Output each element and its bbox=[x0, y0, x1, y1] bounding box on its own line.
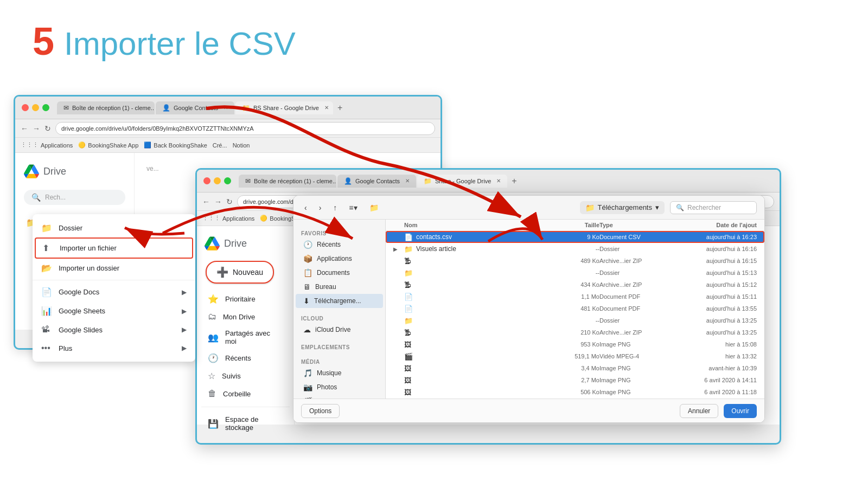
nav-partages-2[interactable]: 👥 Partagés avec moi bbox=[201, 325, 285, 349]
fp-applications-item[interactable]: 📦 Applications bbox=[296, 252, 383, 266]
file-row-11[interactable]: 🎬 519,1 Mo Vidéo MPEG-4 hier à 13:32 bbox=[386, 350, 764, 362]
forward-button-2[interactable]: → bbox=[214, 197, 222, 206]
file-row-7[interactable]: 📄 481 Ko Document PDF aujourd'hui à 13:5… bbox=[386, 303, 764, 314]
back-button-2[interactable]: ← bbox=[202, 197, 210, 206]
nav-recents-2[interactable]: 🕐 Récents bbox=[201, 349, 285, 367]
drive-search-bar-1[interactable]: 🔍 Rech... bbox=[24, 190, 125, 205]
tab-gmail-2[interactable]: ✉ Boîte de réception (1) - cleme... ✕ bbox=[239, 175, 336, 188]
file-row-6[interactable]: 📄 1,1 Mo Document PDF aujourd'hui à 15:1… bbox=[386, 291, 764, 303]
tab-close-icon[interactable]: ✕ bbox=[405, 178, 410, 184]
file-row-9[interactable]: 🗜 210 Ko Archive...ier ZIP aujourd'hui à… bbox=[386, 326, 764, 338]
file-row-10[interactable]: 🖼 953 Ko Image PNG hier à 15:08 bbox=[386, 338, 764, 350]
tab-label: Google Contacts bbox=[174, 105, 218, 111]
file-size: 9 Ko bbox=[556, 234, 599, 240]
fp-back-button[interactable]: ‹ bbox=[301, 201, 310, 214]
open-button[interactable]: Ouvrir bbox=[724, 404, 757, 418]
nav-stockage-2[interactable]: 💾 Espace de stockage bbox=[201, 412, 285, 435]
close-button[interactable] bbox=[22, 104, 29, 111]
fp-action-button[interactable]: 📁 bbox=[366, 201, 382, 214]
tab-contacts-2[interactable]: 👤 Google Contacts ✕ bbox=[337, 175, 416, 188]
pdf-icon: 📄 bbox=[404, 305, 413, 313]
fp-documents-item[interactable]: 📋 Documents bbox=[296, 266, 383, 280]
drive-tab-icon: 📁 bbox=[242, 104, 250, 112]
address-bar-1[interactable]: drive.google.com/drive/u/0/folders/0B9yI… bbox=[55, 122, 435, 135]
file-row-4[interactable]: 📁 -- Dossier aujourd'hui à 15:13 bbox=[386, 267, 764, 279]
docs-icon: 📄 bbox=[41, 287, 52, 297]
fp-icloud-drive-item[interactable]: ☁ iCloud Drive bbox=[296, 323, 383, 337]
fp-recents-item[interactable]: 🕐 Récents bbox=[296, 237, 383, 252]
bookmark-apps-2[interactable]: ⋮⋮⋮ Applications bbox=[202, 215, 254, 222]
tab-close-icon[interactable]: ✕ bbox=[224, 105, 228, 111]
forward-button-1[interactable]: → bbox=[33, 124, 40, 133]
dropdown-google-docs[interactable]: 📄 Google Docs ▶ bbox=[33, 282, 195, 301]
options-button[interactable]: Options bbox=[301, 404, 340, 418]
tab-close-icon[interactable]: ✕ bbox=[324, 105, 329, 111]
bookmark-apps[interactable]: ⋮⋮⋮ Applications bbox=[21, 142, 73, 149]
file-row-13[interactable]: 🖼 2,7 Mo Image PNG 6 avril 2020 à 14:11 bbox=[386, 374, 764, 386]
storage-icon: 💾 bbox=[208, 419, 219, 429]
dropdown-plus[interactable]: ••• Plus ▶ bbox=[33, 339, 195, 357]
file-row-8[interactable]: 📁 -- Dossier aujourd'hui à 13:25 bbox=[386, 314, 764, 326]
folder-icon: 📁 bbox=[404, 269, 413, 277]
file-row-visuels[interactable]: ▶ 📁 Visuels article -- Dossier aujourd'h… bbox=[386, 243, 764, 255]
chevron-right-icon: ▶ bbox=[182, 326, 187, 333]
tab-contacts-1[interactable]: 👤 Google Contacts ✕ bbox=[156, 101, 234, 114]
minimize-button[interactable] bbox=[32, 104, 39, 111]
file-type: Dossier bbox=[599, 269, 670, 276]
fp-view-button[interactable]: ≡▾ bbox=[346, 201, 360, 214]
file-row-14[interactable]: 🖼 506 Ko Image PNG 6 avril 2020 à 11:18 bbox=[386, 386, 764, 398]
fp-telechargements-item[interactable]: ⬇ Téléchargeme... bbox=[296, 294, 383, 308]
new-tab-button-2[interactable]: + bbox=[508, 176, 520, 186]
fp-videos-item[interactable]: 🎬 Vidéos bbox=[296, 394, 383, 399]
maximize-button-2[interactable] bbox=[224, 177, 231, 184]
bookmark-label: BookingShake App bbox=[88, 142, 138, 149]
back-button-1[interactable]: ← bbox=[21, 124, 28, 133]
bookmark-label: Applications bbox=[41, 142, 73, 149]
reload-button-1[interactable]: ↻ bbox=[44, 124, 51, 133]
fp-search-bar[interactable]: 🔍 Rechercher bbox=[670, 201, 757, 214]
col-type: Type bbox=[599, 222, 670, 228]
fp-forward-button[interactable]: › bbox=[316, 201, 325, 214]
fp-photos-item[interactable]: 📷 Photos bbox=[296, 380, 383, 394]
tab-gmail-1[interactable]: ✉ Boîte de réception (1) - cleme... ✕ bbox=[57, 101, 155, 114]
minimize-button-2[interactable] bbox=[214, 177, 221, 184]
bookmark-bookingshake[interactable]: 🟡 BookingShake App bbox=[78, 142, 138, 149]
bookmark-notion[interactable]: Notion bbox=[233, 142, 250, 149]
csv-file-icon: 📄 bbox=[404, 233, 413, 241]
file-type: Image PNG bbox=[599, 365, 670, 371]
fp-up-button[interactable]: ↑ bbox=[330, 201, 340, 214]
maximize-button[interactable] bbox=[42, 104, 49, 111]
file-row-5[interactable]: 🗜 434 Ko Archive...ier ZIP aujourd'hui à… bbox=[386, 279, 764, 291]
bookmark-cre[interactable]: Cré... bbox=[213, 142, 227, 149]
more-icon: ••• bbox=[41, 343, 52, 353]
dropdown-import-folder[interactable]: 📂 Importer un dossier bbox=[33, 259, 195, 278]
cancel-button[interactable]: Annuler bbox=[680, 404, 718, 418]
file-row-contacts-csv[interactable]: 📄 contacts.csv 9 Ko Document CSV aujourd… bbox=[386, 231, 764, 243]
close-button-2[interactable] bbox=[203, 177, 210, 184]
dropdown-import-file[interactable]: ⬆ Importer un fichier bbox=[35, 237, 193, 259]
tab-bar-2: ✉ Boîte de réception (1) - cleme... ✕ 👤 … bbox=[239, 175, 773, 188]
dropdown-folder[interactable]: 📁 Dossier bbox=[33, 219, 195, 237]
file-picker-footer: Options Annuler Ouvrir bbox=[293, 399, 764, 422]
nav-prioritaire-2[interactable]: ⭐ Prioritaire bbox=[201, 290, 285, 308]
fp-bureau-item[interactable]: 🖥 Bureau bbox=[296, 280, 383, 294]
nav-mondrive-2[interactable]: 🗂 Mon Drive bbox=[201, 308, 285, 325]
dropdown-google-slides[interactable]: 📽 Google Slides ▶ bbox=[33, 320, 195, 339]
nav-suivis-2[interactable]: ☆ Suivis bbox=[201, 367, 285, 385]
nav-corbeille-2[interactable]: 🗑 Corbeille bbox=[201, 385, 285, 402]
bookmark-back[interactable]: 🟦 Back BookingShake bbox=[144, 142, 207, 149]
tab-drive-2[interactable]: 📁 Share - Google Drive ✕ bbox=[417, 175, 507, 188]
file-row-12[interactable]: 🖼 3,4 Mo Image PNG avant-hier à 10:39 bbox=[386, 362, 764, 374]
reload-button-2[interactable]: ↻ bbox=[226, 197, 233, 206]
tab-close-icon[interactable]: ✕ bbox=[496, 178, 501, 184]
sidebar-divider bbox=[201, 407, 290, 407]
file-row-3[interactable]: 🗜 489 Ko Archive...ier ZIP aujourd'hui à… bbox=[386, 255, 764, 267]
file-row-15[interactable]: 🖼 27 Ko Image PNG 6 avril 2020 à 11:18 bbox=[386, 398, 764, 399]
address-text: drive.google.com/drive/u/0/folders/0B9yI… bbox=[61, 125, 254, 132]
fp-location-selector[interactable]: 📁 Téléchargements ▾ bbox=[580, 201, 665, 214]
new-button-2[interactable]: ➕ Nouveau bbox=[206, 261, 274, 284]
tab-drive-1[interactable]: 📁 BS Share - Google Drive ✕ bbox=[235, 101, 333, 114]
dropdown-google-sheets[interactable]: 📊 Google Sheets ▶ bbox=[33, 301, 195, 320]
new-tab-button[interactable]: + bbox=[334, 103, 346, 113]
fp-musique-item[interactable]: 🎵 Musique bbox=[296, 366, 383, 380]
